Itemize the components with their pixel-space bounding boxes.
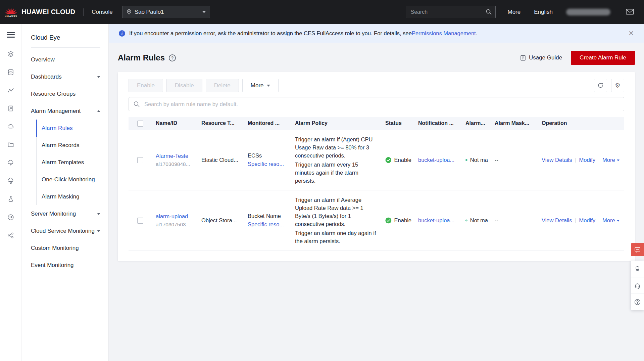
server-icon[interactable] (7, 105, 14, 112)
row-more-label: More (602, 217, 615, 223)
support-button-stack (631, 261, 644, 310)
region-selector[interactable]: Sao Paulo1 (122, 6, 210, 18)
specific-resources-link[interactable]: Specific reso... (248, 161, 284, 167)
permissions-management-link[interactable]: Permissions Management (412, 30, 476, 37)
sidebar-item-label: Alarm Rules (42, 125, 73, 131)
sidebar-item-alarm-rules[interactable]: Alarm Rules (37, 120, 108, 137)
cloud-icon[interactable] (7, 159, 14, 167)
huawei-logo[interactable]: HUAWEI (5, 7, 17, 17)
sidebar-item-label: Event Monitoring (31, 262, 74, 268)
refresh-icon (597, 82, 604, 89)
modify-link[interactable]: Modify (579, 157, 595, 163)
more-actions-button[interactable]: More (242, 79, 279, 92)
storage-icon[interactable] (7, 69, 14, 76)
notification-topic-link[interactable]: bucket-uploa... (418, 217, 454, 223)
resource-type: Elastic Cloud... (201, 157, 238, 163)
table-row: alarm-upload al170307503... Object Stora… (129, 190, 624, 251)
main-content: i If you encounter a permission error, a… (109, 24, 644, 361)
modify-link[interactable]: Modify (579, 217, 595, 223)
sidebar-item-one-click-monitoring[interactable]: One-Click Monitoring (37, 171, 108, 188)
usage-guide-label: Usage Guide (529, 54, 562, 61)
row-more-link[interactable]: More (602, 157, 620, 163)
col-alarm-status: Alarm... (462, 117, 491, 130)
alarm-status-label: Not ma (470, 217, 488, 224)
sidebar-item-overview[interactable]: Overview (21, 51, 108, 68)
banner-text: If you encounter a permission error, ask… (129, 30, 412, 37)
settings-button[interactable]: ⚙ (611, 79, 624, 92)
search-icon (133, 101, 140, 107)
community-icon[interactable] (7, 232, 14, 239)
ip-service-icon[interactable] (7, 214, 14, 221)
mail-icon (626, 9, 634, 15)
alarm-rules-card: Enable Disable Delete More ⚙ (118, 72, 635, 261)
close-icon[interactable]: ✕ (628, 30, 634, 37)
more-menu[interactable]: More (508, 9, 521, 15)
console-link[interactable]: Console (92, 9, 112, 15)
lab-icon[interactable] (7, 195, 14, 203)
usage-guide-button[interactable]: Usage Guide (520, 54, 562, 61)
row-checkbox[interactable] (137, 157, 143, 163)
sidebar-item-alarm-masking[interactable]: Alarm Masking (37, 188, 108, 205)
monitoring-icon[interactable] (7, 87, 14, 94)
floating-support-widget (631, 243, 644, 310)
operation-divider (599, 158, 599, 163)
chevron-down-icon (202, 11, 206, 13)
view-details-link[interactable]: View Details (542, 157, 572, 163)
alarm-rule-name-link[interactable]: Alarme-Teste (156, 153, 188, 159)
feedback-button[interactable] (631, 243, 644, 256)
support-button[interactable] (631, 277, 644, 294)
enable-button[interactable]: Enable (129, 79, 163, 92)
chevron-down-icon (617, 220, 620, 222)
policy-line: Trigger an alarm if (Agent) CPU Usage Ra… (295, 135, 379, 160)
sidebar-item-alarm-templates[interactable]: Alarm Templates (37, 154, 108, 171)
sidebar-item-label: Resource Groups (31, 91, 76, 97)
sidebar-item-event-monitoring[interactable]: Event Monitoring (21, 257, 108, 274)
col-alarm-policy: Alarm Policy (292, 117, 382, 130)
view-details-link[interactable]: View Details (542, 217, 572, 223)
menu-icon[interactable] (7, 31, 15, 39)
sidebar-item-server-monitoring[interactable]: Server Monitoring (21, 205, 108, 222)
create-alarm-rule-button[interactable]: Create Alarm Rule (571, 51, 635, 65)
alarm-status-icon (465, 217, 467, 224)
folder-icon[interactable] (7, 141, 14, 148)
page-title: Alarm Rules (118, 53, 165, 62)
account-name-redacted[interactable] (566, 9, 610, 15)
language-selector[interactable]: English (534, 9, 553, 15)
sidebar-item-dashboards[interactable]: Dashboards (21, 68, 108, 85)
select-all-checkbox[interactable] (137, 121, 143, 127)
sidebar-item-alarm-management[interactable]: Alarm Management (21, 102, 108, 120)
huawei-flower-icon (5, 7, 17, 15)
service-quality-button[interactable] (631, 261, 644, 277)
delete-button[interactable]: Delete (206, 79, 239, 92)
sidebar-item-custom-monitoring[interactable]: Custom Monitoring (21, 239, 108, 257)
col-notification: Notification ... (415, 117, 462, 130)
sidebar-item-resource-groups[interactable]: Resource Groups (21, 85, 108, 102)
row-checkbox[interactable] (137, 218, 143, 224)
col-status: Status (382, 117, 415, 130)
help-icon[interactable]: ? (169, 54, 176, 61)
cloud-upload-icon[interactable] (7, 123, 14, 130)
alarm-rule-search-input[interactable] (129, 97, 624, 111)
notification-topic-link[interactable]: bucket-uploa... (418, 157, 454, 163)
specific-resources-link[interactable]: Specific reso... (248, 221, 284, 227)
global-search-input[interactable] (406, 6, 496, 18)
sidebar-item-cloud-service-monitoring[interactable]: Cloud Service Monitoring (21, 222, 108, 239)
cloud-service-icon[interactable] (7, 177, 14, 185)
service-icon-rail (0, 24, 21, 361)
alarm-status-icon (465, 157, 467, 163)
messages-button[interactable] (626, 9, 634, 15)
alarm-rule-name-link[interactable]: alarm-upload (156, 213, 188, 219)
compute-icon[interactable] (7, 50, 14, 58)
monitored-object: Bucket Name (248, 213, 288, 219)
row-more-link[interactable]: More (602, 217, 620, 223)
help-button[interactable] (631, 294, 644, 310)
chevron-down-icon (97, 213, 100, 215)
search-icon[interactable] (486, 9, 492, 15)
sidebar-item-alarm-records[interactable]: Alarm Records (37, 137, 108, 154)
chevron-down-icon (97, 230, 100, 232)
operation-divider (575, 158, 576, 163)
chat-icon (634, 246, 641, 253)
disable-button[interactable]: Disable (166, 79, 202, 92)
refresh-button[interactable] (594, 79, 607, 92)
page-header: Alarm Rules ? Usage Guide Create Alarm R… (109, 43, 644, 72)
